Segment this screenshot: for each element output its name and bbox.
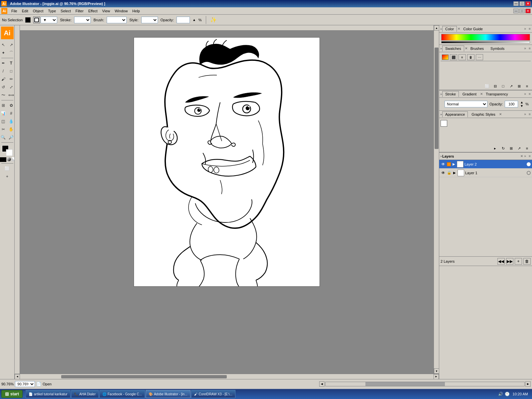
layer-1-expand[interactable]: ▶ <box>453 170 457 176</box>
tray-icon-network[interactable]: 🔊 <box>498 391 503 397</box>
scrollbar-thumb[interactable] <box>435 48 439 149</box>
brightness-bar[interactable] <box>441 41 530 43</box>
appearance-icon-5[interactable]: ≡ <box>523 145 531 151</box>
color-panel-menu[interactable]: ≡ <box>529 27 531 31</box>
magic-wand-tool[interactable]: ✦ <box>0 49 7 57</box>
scale-tool[interactable]: ⤢ <box>8 83 15 91</box>
scroll-up-arrow[interactable]: ▲ <box>434 25 439 31</box>
color-tab-close[interactable]: ✕ <box>458 27 460 31</box>
rotate-tool[interactable]: ↺ <box>0 83 7 91</box>
opacity-input[interactable]: 100 <box>177 17 190 23</box>
appearance-panel-collapse[interactable]: » <box>523 112 528 116</box>
menu-effect[interactable]: Effect <box>86 8 99 14</box>
appearance-icon-2[interactable]: ↻ <box>499 145 507 151</box>
layers-panel-collapse[interactable]: » <box>523 154 528 158</box>
h-scrollbar-bottom-thumb[interactable] <box>365 382 445 386</box>
tab-swatches[interactable]: Swatches <box>442 46 464 52</box>
layer-item-1[interactable]: 👁 🔒 ▶ Layer 1 <box>439 169 532 177</box>
tab-gradient[interactable]: Gradient <box>460 91 479 97</box>
gradient-box[interactable] <box>7 157 11 161</box>
swatch-options-btn[interactable]: ⋯ <box>476 54 483 60</box>
scissors-tool[interactable]: ✂ <box>0 126 7 133</box>
none-swatch[interactable] <box>442 55 449 60</box>
stroke-tab-close[interactable]: ✕ <box>480 92 483 96</box>
symbol-sprayer-tool[interactable]: ✿ <box>8 102 15 109</box>
layers-navigate-btn-1[interactable]: ◀◀ <box>497 258 505 265</box>
canvas-area[interactable] <box>15 25 434 374</box>
fg-bg-colors[interactable] <box>2 145 13 156</box>
normal-screen-mode[interactable]: ⬜ <box>4 165 11 172</box>
type-tool[interactable]: T <box>8 60 15 67</box>
layer-item-2[interactable]: 👁 ▶ Layer 2 <box>439 160 532 169</box>
appearance-icon-4[interactable]: ↗ <box>515 145 523 151</box>
pencil-tool[interactable]: ✏ <box>8 75 15 83</box>
appearance-tab-close[interactable]: ✕ <box>499 112 502 116</box>
taskbar-item-2[interactable]: 📞 AHA Dialer <box>71 390 99 398</box>
stroke-panel-collapse[interactable]: » <box>523 92 528 96</box>
layers-navigate-btn-2[interactable]: ▶▶ <box>506 258 513 265</box>
panel-icon-3[interactable]: □ <box>499 83 507 89</box>
scroll-right-arrow[interactable]: ► <box>434 374 439 379</box>
stroke-panel-menu[interactable]: ≡ <box>529 92 531 96</box>
layer-1-visibility-toggle[interactable]: 👁 <box>441 170 446 176</box>
horizontal-scrollbar[interactable]: ◄ ► <box>15 374 439 379</box>
menu-filter[interactable]: Filter <box>73 8 85 14</box>
color-box[interactable] <box>0 157 6 162</box>
panel-icon-1[interactable]: ⬜ <box>483 83 491 89</box>
tab-color[interactable]: Color <box>442 26 457 32</box>
layer-1-lock[interactable]: 🔒 <box>447 171 452 175</box>
new-swatch-btn[interactable]: ⬛ <box>450 54 457 60</box>
appearance-fill-swatch[interactable] <box>441 120 447 127</box>
tab-transparency[interactable]: Transparency <box>483 91 511 97</box>
column-graph-tool[interactable]: 📊 <box>0 110 7 117</box>
gradient-tool[interactable]: ◫ <box>0 118 7 125</box>
minimize-button[interactable]: — <box>513 1 519 6</box>
menu-select[interactable]: Select <box>59 8 73 14</box>
appearance-panel-menu[interactable]: ≡ <box>529 112 531 116</box>
taskbar-item-4[interactable]: 🎨 Adobe Illustrator - [in... <box>146 390 191 398</box>
menu-edit[interactable]: Edit <box>20 8 30 14</box>
status-icon-1[interactable]: 📄 <box>36 382 41 386</box>
horizontal-thumb[interactable] <box>61 375 227 378</box>
tab-color-guide[interactable]: Color Guide <box>460 26 486 32</box>
start-button[interactable]: ⊞ start <box>1 390 23 398</box>
direct-selection-tool[interactable]: ↗ <box>8 41 15 49</box>
selection-tool[interactable]: ↖ <box>0 41 7 49</box>
inner-minimize-button[interactable]: — <box>513 9 519 13</box>
lasso-tool[interactable]: ⌒ <box>8 49 15 57</box>
eyedropper-tool[interactable]: 💧 <box>8 118 15 125</box>
taskbar-item-5[interactable]: 🖌 CorelDRAW X3 - [E:\... <box>191 390 235 398</box>
new-layer-btn[interactable]: + <box>515 258 522 265</box>
delete-swatch-btn[interactable]: 🗑 <box>467 54 474 60</box>
blend-mode-select[interactable]: Normal <box>445 101 487 107</box>
menu-view[interactable]: View <box>100 8 112 14</box>
inner-restore-button[interactable]: □ <box>519 9 525 13</box>
tab-stroke[interactable]: Stroke <box>442 91 459 97</box>
menu-type[interactable]: Type <box>46 8 58 14</box>
zoom-select[interactable]: 90.76% 100% 75% <box>15 381 35 387</box>
recolor-icon[interactable]: ✨ <box>210 17 217 23</box>
inner-close-button[interactable]: ✕ <box>525 9 531 13</box>
fill-color-swatch[interactable] <box>25 17 31 23</box>
line-tool[interactable]: / <box>0 67 7 75</box>
opacity-stepper-stroke[interactable]: ▲▼ <box>520 100 523 108</box>
stroke-dropdown[interactable]: ▼ <box>41 17 57 23</box>
panel-icon-2[interactable]: ⊟ <box>491 83 499 89</box>
pen-tool[interactable]: ✒ <box>0 60 7 67</box>
appearance-icon-1[interactable]: ▸ <box>491 145 499 151</box>
zoom-tool-2[interactable]: 🔎 <box>8 134 15 141</box>
horizontal-track[interactable] <box>20 375 434 379</box>
none-box[interactable] <box>12 157 15 161</box>
taskbar-item-3[interactable]: 🌐 Facebook - Google C... <box>99 390 145 398</box>
stroke-color-indicator[interactable] <box>33 17 40 23</box>
maximize-button[interactable]: □ <box>519 1 525 6</box>
status-scroll-right[interactable]: ► <box>525 381 531 387</box>
opacity-value-stroke[interactable] <box>505 101 518 107</box>
add-tool[interactable]: + <box>4 173 11 180</box>
swatches-panel-menu[interactable]: ≡ <box>529 47 531 50</box>
panel-icon-5[interactable]: ⊞ <box>515 83 523 89</box>
stroke-value-dropdown[interactable] <box>74 17 91 23</box>
zoom-tool[interactable]: 🔍 <box>0 134 7 141</box>
title-controls[interactable]: — □ ✕ <box>513 1 531 6</box>
menu-file[interactable]: File <box>9 8 19 14</box>
